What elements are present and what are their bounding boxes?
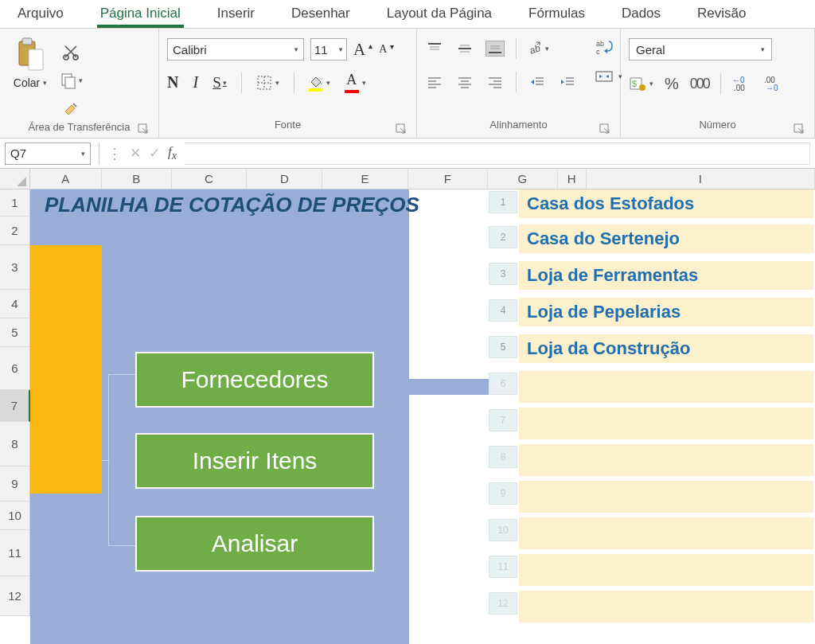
fx-icon[interactable]: fx xyxy=(168,144,177,162)
merge-center-button[interactable]: ▾ xyxy=(595,68,622,84)
supplier-9[interactable] xyxy=(519,481,813,516)
row-header-11[interactable]: 11 xyxy=(0,530,30,576)
supplier-5[interactable]: Loja da Construção xyxy=(519,334,813,366)
increase-indent-button[interactable] xyxy=(558,74,577,90)
paste-icon[interactable] xyxy=(14,37,46,75)
increase-font-button[interactable]: A▴ xyxy=(353,40,372,60)
decrease-font-button[interactable]: A▾ xyxy=(379,43,394,56)
tab-layout[interactable]: Layout da Página xyxy=(384,1,495,28)
decrease-indent-button[interactable] xyxy=(528,74,547,90)
h-badge-3: 3 xyxy=(489,263,517,285)
supplier-10[interactable] xyxy=(519,517,813,552)
align-center-button[interactable] xyxy=(455,74,474,90)
tab-formulas[interactable]: Fórmulas xyxy=(525,1,588,28)
row-header-2[interactable]: 2 xyxy=(0,217,30,245)
font-size-select[interactable]: 11▾ xyxy=(310,38,347,60)
supplier-2[interactable]: Casa do Sertenejo xyxy=(519,224,813,256)
dialog-launcher-number[interactable] xyxy=(794,123,805,135)
grid-body[interactable]: 1 2 3 4 5 6 7 8 9 10 11 12 PLANILHA DE C… xyxy=(0,189,815,644)
analisar-button[interactable]: Analisar xyxy=(135,516,374,572)
col-header-F[interactable]: F xyxy=(408,169,488,189)
comma-style-button[interactable]: 000 xyxy=(690,76,709,92)
format-painter-button[interactable] xyxy=(59,99,83,119)
sheet-title: PLANILHA DE COTAÇÃO DE PREÇOS xyxy=(45,193,419,217)
underline-button[interactable]: S▾ xyxy=(213,74,227,92)
row-header-10[interactable]: 10 xyxy=(0,502,30,530)
bold-button[interactable]: N xyxy=(167,73,178,92)
tab-dados[interactable]: Dados xyxy=(618,1,664,28)
wrap-text-button[interactable]: abc xyxy=(595,38,622,56)
h-badge-12: 12 xyxy=(489,592,517,615)
col-header-C[interactable]: C xyxy=(172,169,248,189)
fornecedores-button[interactable]: Fornecedores xyxy=(135,352,374,408)
borders-button[interactable]: ▾ xyxy=(256,75,279,91)
align-top-button[interactable] xyxy=(425,41,444,57)
col-header-B[interactable]: B xyxy=(102,169,172,189)
accounting-format-button[interactable]: $▾ xyxy=(629,76,653,92)
select-all-corner[interactable] xyxy=(0,169,30,189)
percent-button[interactable]: % xyxy=(665,75,679,93)
svg-marker-41 xyxy=(561,80,564,84)
increase-decimal-button[interactable]: ←0.00 xyxy=(732,75,753,93)
align-bottom-button[interactable] xyxy=(485,41,505,57)
align-left-button[interactable] xyxy=(425,74,444,90)
cut-button[interactable] xyxy=(59,41,83,62)
align-right-button[interactable] xyxy=(485,74,505,90)
supplier-8[interactable] xyxy=(519,444,813,479)
supplier-3[interactable]: Loja de Ferramentas xyxy=(519,261,813,293)
row-header-3[interactable]: 3 xyxy=(0,245,30,290)
col-header-G[interactable]: G xyxy=(488,169,558,189)
paste-button[interactable]: Colar▾ xyxy=(14,76,47,89)
dialog-launcher-font[interactable] xyxy=(396,123,407,135)
supplier-6[interactable] xyxy=(519,371,813,406)
svg-text:$: $ xyxy=(632,79,637,88)
supplier-11[interactable] xyxy=(519,554,813,589)
dialog-launcher-alignment[interactable] xyxy=(599,123,610,135)
row-header-7[interactable]: 7 xyxy=(0,390,30,422)
font-name-select[interactable]: Calibri▾ xyxy=(167,38,304,60)
connector-bracket xyxy=(108,374,135,546)
h-badge-7: 7 xyxy=(489,409,517,431)
cancel-formula-button[interactable]: ✕ xyxy=(130,145,141,162)
tab-revisao[interactable]: Revisão xyxy=(694,1,749,28)
tab-inserir[interactable]: Inserir xyxy=(214,1,258,28)
supplier-12[interactable] xyxy=(519,591,813,626)
name-box[interactable]: Q7▾ xyxy=(5,142,91,165)
group-label-alignment: Alinhamento xyxy=(425,119,612,136)
formula-input[interactable] xyxy=(185,142,810,165)
fill-color-button[interactable]: ▾ xyxy=(309,74,330,92)
col-header-I[interactable]: I xyxy=(587,169,815,189)
tab-desenhar[interactable]: Desenhar xyxy=(288,1,353,28)
row-header-6[interactable]: 6 xyxy=(0,347,30,390)
h-badge-5: 5 xyxy=(489,336,517,358)
font-color-button[interactable]: A▾ xyxy=(345,72,366,93)
group-label-clipboard: Área de Transferência xyxy=(8,121,150,136)
tab-pagina-inicial[interactable]: Página Inicial xyxy=(97,1,184,28)
inserir-itens-button[interactable]: Inserir Itens xyxy=(135,433,374,489)
row-header-12[interactable]: 12 xyxy=(0,576,30,616)
orientation-button[interactable]: ab▾ xyxy=(528,41,549,56)
decrease-decimal-button[interactable]: .00→0 xyxy=(764,75,785,93)
col-header-E[interactable]: E xyxy=(322,169,408,189)
row-header-8[interactable]: 8 xyxy=(0,422,30,466)
col-header-A[interactable]: A xyxy=(30,169,102,189)
supplier-4[interactable]: Loja de Pepelarias xyxy=(519,298,813,330)
number-format-select[interactable]: Geral▾ xyxy=(629,38,772,60)
align-middle-button[interactable] xyxy=(455,41,474,57)
italic-button[interactable]: I xyxy=(193,73,198,92)
supplier-7[interactable] xyxy=(519,408,813,443)
formula-menu-icon[interactable]: ⋮ xyxy=(107,145,122,162)
col-header-D[interactable]: D xyxy=(247,169,322,189)
copy-button[interactable]: ▾ xyxy=(59,70,83,91)
row-header-5[interactable]: 5 xyxy=(0,318,30,347)
enter-formula-button[interactable]: ✓ xyxy=(149,145,160,162)
supplier-1[interactable]: Casa dos Estofados xyxy=(519,189,813,221)
connector-stem xyxy=(102,460,110,461)
tab-arquivo[interactable]: Arquivo xyxy=(14,1,67,28)
h-badge-10: 10 xyxy=(489,519,517,541)
col-header-H[interactable]: H xyxy=(558,169,587,189)
dialog-launcher-clipboard[interactable] xyxy=(138,123,149,135)
row-header-1[interactable]: 1 xyxy=(0,189,30,217)
row-header-4[interactable]: 4 xyxy=(0,290,30,318)
row-header-9[interactable]: 9 xyxy=(0,466,30,502)
